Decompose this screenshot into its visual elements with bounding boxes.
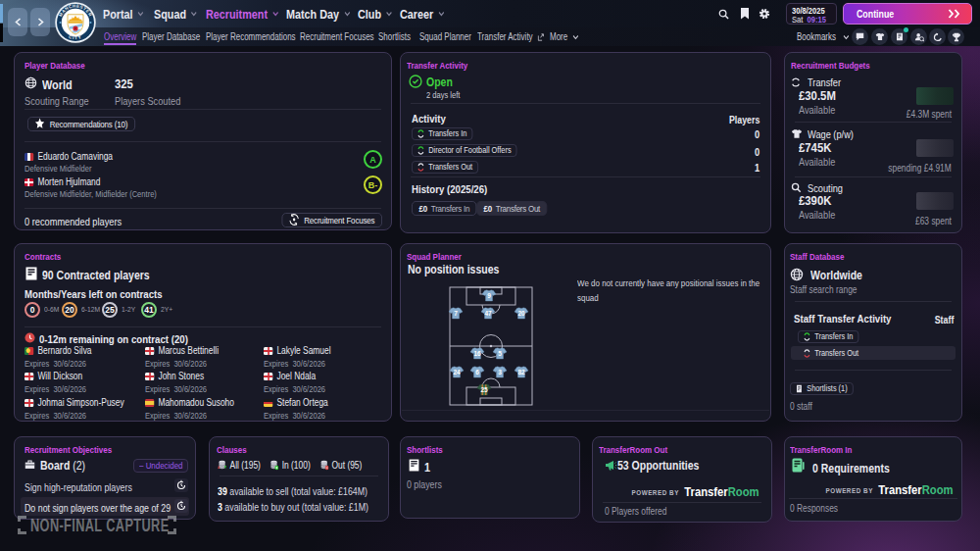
svg-text:82: 82 <box>517 369 525 376</box>
svg-text:24: 24 <box>453 369 461 376</box>
svg-text:47: 47 <box>484 310 492 317</box>
svg-text:5: 5 <box>498 350 502 357</box>
svg-text:6: 6 <box>475 369 479 376</box>
svg-text:9: 9 <box>487 292 491 299</box>
svg-text:3: 3 <box>498 369 502 376</box>
svg-text:25: 25 <box>480 386 488 393</box>
svg-text:20: 20 <box>517 310 525 317</box>
svg-text:16: 16 <box>473 350 481 357</box>
svg-text:7: 7 <box>454 310 458 317</box>
